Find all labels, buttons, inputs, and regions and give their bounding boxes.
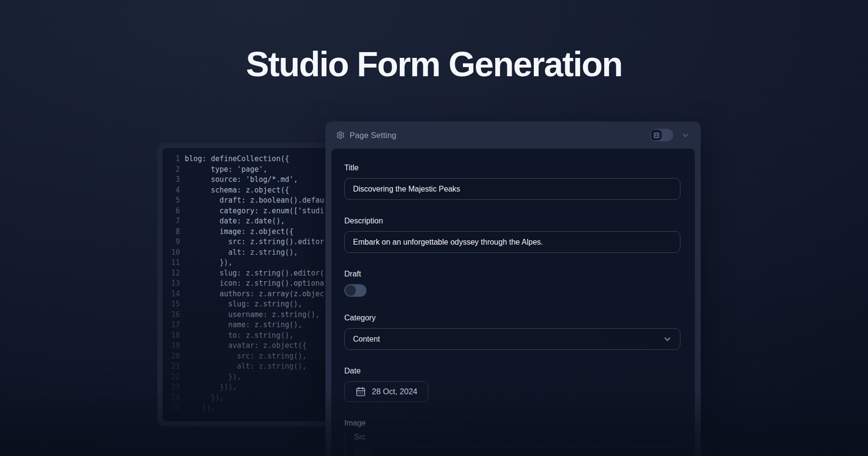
line-number: 19 [163, 341, 180, 351]
code-text: name: z.string(), [180, 320, 302, 331]
code-text: slug: z.string().editor( [180, 268, 324, 279]
code-text: }), [180, 393, 224, 403]
field-draft: Draft [344, 269, 680, 297]
date-label: Date [344, 366, 680, 375]
title-label: Title [344, 163, 680, 172]
line-number: 7 [163, 216, 180, 227]
code-text: draft: z.boolean().defau [180, 195, 324, 206]
category-label: Category [344, 313, 680, 322]
code-text: }), [180, 403, 215, 414]
date-value: 28 Oct, 2024 [372, 387, 417, 396]
image-src-input[interactable] [377, 447, 680, 456]
image-src-label: Src [354, 432, 680, 442]
image-thumbnail[interactable] [354, 447, 371, 456]
field-date: Date 28 Oct, 2024 [344, 366, 680, 402]
page-title: Studio Form Generation [0, 44, 868, 84]
category-select[interactable]: Content [344, 328, 680, 350]
line-number: 6 [163, 206, 180, 217]
hero-section: Studio Form Generation 1blog: defineColl… [0, 0, 868, 456]
form-body: Title Description Draft Category Content [331, 149, 695, 456]
line-number: 4 [163, 185, 180, 196]
line-number: 22 [163, 372, 180, 383]
code-text: image: z.object({ [180, 227, 294, 237]
line-number: 11 [163, 258, 180, 268]
description-label: Description [344, 216, 680, 225]
line-number: 3 [163, 175, 180, 185]
image-nested-group: Src [345, 432, 680, 456]
date-picker-button[interactable]: 28 Oct, 2024 [344, 381, 428, 402]
form-header-title: Page Setting [350, 131, 396, 140]
line-number: 10 [163, 248, 180, 258]
line-number: 16 [163, 310, 180, 320]
code-text: category: z.enum(['studi [180, 206, 324, 217]
form-header: Page Setting [326, 122, 701, 149]
code-text: src: z.string(), [180, 351, 307, 362]
line-number: 9 [163, 237, 180, 248]
page-setting-panel: Page Setting Title [326, 122, 701, 456]
field-image: Image Src [344, 418, 680, 456]
code-text: source: 'blog/*.md', [180, 175, 298, 185]
line-number: 1 [163, 154, 180, 165]
draft-toggle-knob [345, 285, 356, 296]
line-number: 20 [163, 351, 180, 362]
draft-label: Draft [344, 269, 680, 278]
line-number: 15 [163, 299, 180, 310]
description-input[interactable] [344, 231, 680, 253]
line-number: 25 [163, 403, 180, 414]
code-text: blog: defineCollection({ [180, 154, 289, 165]
code-view-toggle[interactable] [650, 129, 673, 141]
code-text: date: z.date(), [180, 216, 285, 227]
code-text: src: z.string().editor [180, 237, 324, 248]
code-text: slug: z.string(), [180, 299, 302, 310]
collapse-button[interactable] [681, 131, 690, 140]
code-text: alt: z.string(), [180, 248, 298, 258]
code-view-toggle-knob [651, 130, 662, 140]
line-number: 13 [163, 278, 180, 289]
code-box-icon [653, 132, 660, 138]
line-number: 8 [163, 227, 180, 237]
line-number: 2 [163, 165, 180, 175]
code-text: to: z.string(), [180, 331, 294, 341]
code-text: icon: z.string().optiona [180, 278, 324, 289]
line-number: 14 [163, 289, 180, 300]
code-text: avatar: z.object({ [180, 341, 307, 351]
calendar-icon [355, 387, 366, 397]
title-input[interactable] [344, 178, 680, 200]
line-number: 18 [163, 331, 180, 341]
code-text: type: 'page', [180, 165, 268, 175]
category-value: Content [353, 335, 380, 344]
line-number: 23 [163, 382, 180, 393]
image-src-row [354, 447, 680, 456]
line-number: 21 [163, 361, 180, 372]
code-text: username: z.string(), [180, 310, 320, 320]
line-number: 5 [163, 195, 180, 206]
code-text: }), [180, 258, 232, 268]
field-description: Description [344, 216, 680, 253]
chevron-down-icon [681, 131, 690, 140]
chevron-down-icon [663, 334, 672, 344]
image-label: Image [344, 418, 680, 428]
code-text: schema: z.object({ [180, 185, 289, 196]
field-category: Category Content [344, 313, 680, 350]
code-text: alt: z.string(), [180, 361, 307, 372]
gear-icon [336, 131, 345, 139]
line-number: 12 [163, 268, 180, 279]
field-title: Title [344, 163, 680, 200]
code-text: authors: z.array(z.objec [180, 289, 324, 300]
line-number: 24 [163, 393, 180, 403]
code-text: }), [180, 372, 241, 383]
code-text: })), [180, 382, 237, 393]
draft-toggle[interactable] [344, 284, 366, 297]
line-number: 17 [163, 320, 180, 331]
